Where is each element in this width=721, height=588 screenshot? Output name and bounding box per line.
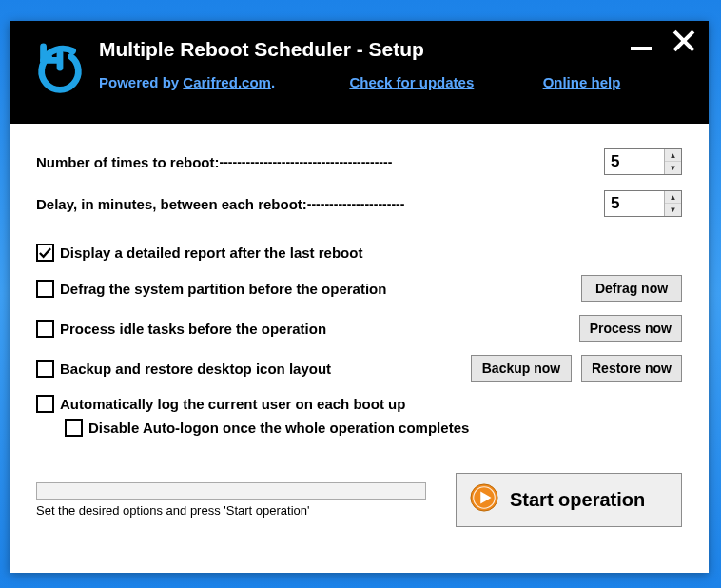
start-operation-button[interactable]: Start operation (456, 473, 682, 527)
detailed-report-label: Display a detailed report after the last… (60, 245, 362, 261)
reboot-count-value[interactable]: 5 (605, 149, 664, 174)
powered-by-prefix: Powered by (99, 74, 183, 90)
delay-label: Delay, in minutes, between each reboot: (36, 196, 307, 212)
idle-tasks-checkbox[interactable] (36, 320, 54, 338)
content-area: Number of times to reboot: -------------… (10, 124, 709, 544)
restore-now-button[interactable]: Restore now (581, 355, 682, 382)
process-now-button[interactable]: Process now (579, 315, 682, 342)
disable-auto-logon-checkbox[interactable] (65, 419, 83, 437)
close-button[interactable] (671, 29, 695, 53)
separator-dashes: --------------------------------------- (220, 154, 393, 169)
defrag-now-button[interactable]: Defrag now (581, 275, 682, 302)
power-reboot-icon (27, 36, 93, 103)
auto-logon-checkbox[interactable] (36, 395, 54, 413)
separator-dashes: ---------------------- (307, 196, 405, 211)
reboot-count-label: Number of times to reboot: (36, 154, 220, 170)
app-window: Multiple Reboot Scheduler - Setup Powere… (10, 21, 709, 573)
icon-layout-checkbox[interactable] (36, 360, 54, 378)
delay-value[interactable]: 5 (605, 191, 664, 216)
play-icon (470, 483, 498, 517)
delay-stepper[interactable]: 5 ▲ ▼ (604, 190, 682, 217)
powered-by-suffix: . (271, 74, 275, 90)
reboot-count-up[interactable]: ▲ (665, 149, 681, 162)
icon-layout-label: Backup and restore desktop icon layout (60, 361, 331, 377)
carifred-link[interactable]: Carifred.com (183, 74, 271, 90)
online-help-link[interactable]: Online help (543, 74, 621, 90)
disable-auto-logon-label: Disable Auto-logon once the whole operat… (88, 420, 469, 436)
status-text: Set the desired options and press 'Start… (36, 503, 426, 518)
delay-down[interactable]: ▼ (665, 204, 681, 216)
minimize-button[interactable] (629, 29, 653, 53)
titlebar: Multiple Reboot Scheduler - Setup Powere… (10, 21, 709, 124)
detailed-report-checkbox[interactable] (36, 244, 54, 262)
defrag-checkbox[interactable] (36, 280, 54, 298)
idle-tasks-label: Process idle tasks before the operation (60, 321, 326, 337)
backup-now-button[interactable]: Backup now (471, 355, 572, 382)
auto-logon-label: Automatically log the current user on ea… (60, 396, 405, 412)
start-operation-label: Start operation (510, 489, 645, 511)
delay-up[interactable]: ▲ (665, 191, 681, 204)
app-title: Multiple Reboot Scheduler - Setup (99, 38, 692, 61)
progress-bar (36, 482, 426, 500)
check-updates-link[interactable]: Check for updates (349, 74, 474, 90)
reboot-count-down[interactable]: ▼ (665, 162, 681, 174)
reboot-count-stepper[interactable]: 5 ▲ ▼ (604, 148, 682, 175)
defrag-label: Defrag the system partition before the o… (60, 281, 386, 297)
